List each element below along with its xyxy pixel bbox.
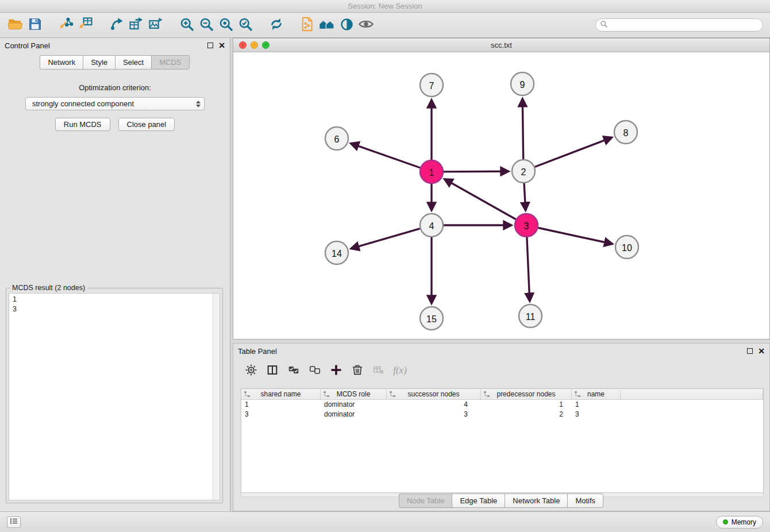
open-recent-file-button[interactable] [298, 16, 317, 35]
zoom-out-button[interactable] [197, 16, 216, 35]
home-button[interactable] [317, 16, 337, 35]
memory-button[interactable]: Memory [716, 516, 763, 529]
deselect-all-columns-button[interactable] [306, 363, 324, 379]
optimization-criterion-dropdown[interactable]: strongly connected component [25, 97, 205, 110]
import-table-from-file-button[interactable] [76, 16, 95, 35]
graph-edge-2-3[interactable] [524, 183, 526, 210]
table-panel-title: Table Panel [238, 347, 277, 356]
result-scrollbar[interactable] [213, 294, 220, 500]
close-panel-button[interactable]: Close panel [118, 118, 175, 131]
export-network-button[interactable] [107, 16, 126, 35]
graph-node-2[interactable]: 2 [512, 160, 535, 183]
close-window-button[interactable]: × [239, 41, 247, 49]
graph-edge-3-1[interactable] [445, 179, 516, 219]
cell-predecessor-nodes[interactable]: 2 [481, 410, 572, 419]
tab-node-table[interactable]: Node Table [399, 494, 453, 508]
mcds-result-list[interactable]: 1 3 [9, 293, 220, 500]
float-panel-icon[interactable] [207, 43, 213, 48]
export-table-button[interactable] [126, 16, 146, 35]
graph-edge-2-8[interactable] [535, 137, 612, 167]
graph-node-3[interactable]: 3 [515, 214, 538, 237]
tab-network[interactable]: Network [40, 55, 83, 70]
zoom-in-icon [179, 17, 195, 34]
function-builder-button[interactable]: f(x) [391, 363, 409, 379]
graph-node-14[interactable]: 14 [325, 241, 348, 264]
float-table-panel-icon[interactable] [747, 348, 753, 354]
graph-node-9[interactable]: 9 [511, 72, 534, 95]
zoom-fit-button[interactable] [216, 16, 236, 35]
save-session-button[interactable] [25, 16, 45, 35]
graph-node-label: 1 [429, 168, 434, 178]
export-image-button[interactable] [146, 16, 165, 35]
graph-edge-1-2[interactable] [444, 171, 509, 172]
show-graphics-details-button[interactable] [356, 16, 376, 35]
zoom-in-button[interactable] [177, 16, 197, 35]
zoom-window-button[interactable]: + [262, 41, 270, 49]
graph-node-10[interactable]: 10 [615, 236, 638, 259]
graph-node-11[interactable]: 11 [519, 304, 542, 327]
graph-edge-3-10[interactable] [538, 228, 613, 244]
graph-node-4[interactable]: 4 [420, 214, 443, 237]
graph-node-6[interactable]: 6 [325, 127, 348, 150]
table-panel-header: Table Panel ✕ [233, 344, 769, 358]
table-row[interactable]: 3 dominator 3 2 3 [241, 410, 763, 419]
style-button[interactable] [337, 16, 356, 35]
search-input[interactable] [608, 21, 763, 29]
eye-icon [358, 16, 374, 34]
tab-select[interactable]: Select [115, 55, 152, 70]
zoom-fit-icon [218, 17, 234, 34]
add-column-button[interactable] [328, 363, 345, 379]
cell-mcds-role[interactable]: dominator [321, 400, 387, 410]
delete-table-button[interactable] [370, 363, 387, 379]
tab-network-table[interactable]: Network Table [505, 494, 568, 508]
tab-edge-table[interactable]: Edge Table [452, 494, 505, 508]
delete-column-button[interactable] [349, 363, 366, 379]
open-session-button[interactable] [6, 16, 25, 35]
zoom-selected-button[interactable] [236, 16, 255, 35]
dropdown-value: strongly connected component [32, 99, 134, 108]
column-header-name[interactable]: name [572, 389, 621, 399]
cell-shared-name[interactable]: 1 [241, 400, 321, 410]
cell-successor-nodes[interactable]: 4 [387, 400, 481, 410]
search-box[interactable] [595, 18, 763, 32]
window-titlebar[interactable]: Session: New Session [0, 0, 770, 13]
cell-predecessor-nodes[interactable]: 1 [481, 400, 572, 410]
column-header-predecessor-nodes[interactable]: predecessor nodes [481, 389, 572, 399]
table-settings-button[interactable] [242, 363, 260, 379]
cell-name[interactable]: 3 [572, 410, 621, 419]
cell-shared-name[interactable]: 3 [241, 410, 321, 419]
cell-name[interactable]: 1 [572, 400, 621, 410]
tab-mcds[interactable]: MCDS [151, 55, 189, 70]
graph-edge-2-9[interactable] [522, 99, 523, 159]
close-table-panel-icon[interactable]: ✕ [758, 348, 765, 354]
run-mcds-button[interactable]: Run MCDS [55, 118, 110, 131]
column-header-shared-name[interactable]: shared name [241, 389, 321, 399]
graph-edge-1-6[interactable] [351, 144, 421, 168]
graph-node-7[interactable]: 7 [420, 74, 443, 97]
tab-motifs[interactable]: Motifs [567, 494, 603, 508]
network-window-titlebar[interactable]: × − + scc.txt [233, 38, 769, 52]
task-history-button[interactable] [7, 516, 21, 528]
tab-style[interactable]: Style [83, 55, 116, 70]
column-header-successor-nodes[interactable]: successor nodes [387, 389, 481, 399]
export-image-icon [148, 16, 164, 34]
network-canvas[interactable]: 7968124314101511 [233, 52, 769, 339]
close-panel-icon[interactable]: ✕ [218, 43, 225, 48]
refresh-layout-button[interactable] [267, 16, 286, 35]
column-type-icon [244, 391, 251, 398]
select-all-columns-button[interactable] [285, 363, 302, 379]
cell-mcds-role[interactable]: dominator [321, 410, 387, 419]
column-header-mcds-role[interactable]: MCDS role [321, 389, 387, 399]
cell-successor-nodes[interactable]: 3 [387, 410, 481, 419]
import-network-from-file-button[interactable] [56, 16, 76, 35]
minimize-window-button[interactable]: − [251, 41, 258, 49]
table-row[interactable]: 1 dominator 4 1 1 [241, 400, 763, 410]
graph-node-1[interactable]: 1 [420, 160, 443, 183]
graph-edge-4-14[interactable] [351, 229, 420, 249]
graph-node-15[interactable]: 15 [420, 307, 443, 330]
show-columns-button[interactable] [264, 363, 281, 379]
graph-node-8[interactable]: 8 [614, 121, 637, 144]
graph-edge-3-11[interactable] [527, 237, 530, 301]
search-icon [600, 20, 608, 30]
export-table-icon [128, 16, 144, 34]
